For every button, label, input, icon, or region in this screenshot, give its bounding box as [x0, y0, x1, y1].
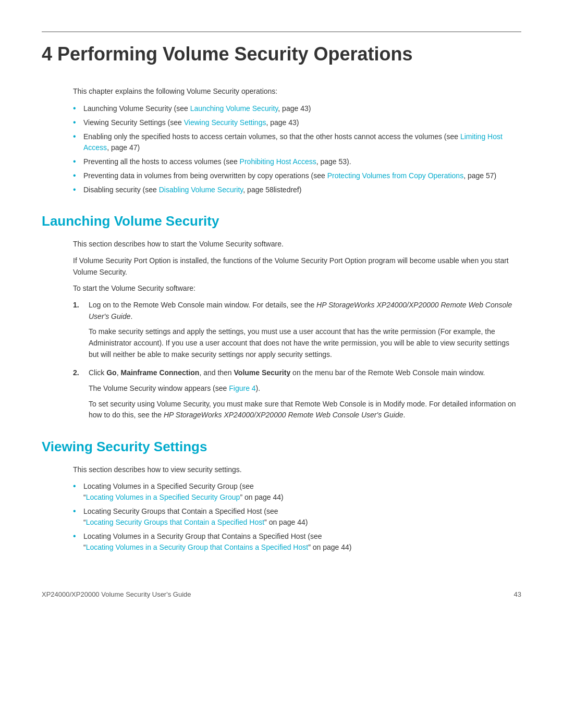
list-item: Launching Volume Security (see Launching…: [73, 103, 521, 114]
bullet-text-after: , page 58listedref): [243, 186, 301, 194]
step-2-note1: The Volume Security window appears (see …: [89, 383, 521, 394]
intro-text: This chapter explains the following Volu…: [73, 86, 521, 97]
step-2-content: Click Go, Mainframe Connection, and then…: [89, 367, 521, 421]
list-item: Locating Volumes in a Specified Security…: [73, 481, 521, 503]
step-1: 1. Log on to the Remote Web Console main…: [73, 300, 521, 360]
list-item: Preventing all the hosts to access volum…: [73, 156, 521, 167]
bullet-text: Preventing all the hosts to access volum…: [83, 157, 240, 166]
chapter-title: 4 Performing Volume Security Operations: [42, 43, 521, 65]
bullet-text: Enabling only the specified hosts to acc…: [83, 132, 460, 141]
prohibiting-host-access-link[interactable]: Prohibiting Host Access: [240, 157, 316, 166]
chapter-header: 4 Performing Volume Security Operations: [42, 31, 521, 65]
launching-para2: To start the Volume Security software:: [73, 283, 521, 294]
disabling-security-link[interactable]: Disabling Volume Security: [159, 186, 243, 194]
footer-text: XP24000/XP20000 Volume Security User's G…: [42, 584, 521, 600]
chapter-title-text: Performing Volume Security Operations: [57, 43, 413, 65]
step-number-1: 1.: [73, 300, 89, 360]
step-2-bold2: Mainframe Connection: [120, 368, 199, 377]
step-1-note: To make security settings and apply the …: [89, 326, 521, 360]
step-1-italic: HP StorageWorks XP24000/XP20000 Remote W…: [89, 301, 512, 320]
footer-page-number: 43: [514, 589, 521, 600]
footer-product: XP24000/XP20000 Volume Security User's G…: [42, 589, 191, 600]
page-footer: XP24000/XP20000 Volume Security User's G…: [42, 584, 521, 600]
list-item: Disabling security (see Disabling Volume…: [73, 184, 521, 195]
bullet-text-before: Viewing Security Settings (see: [83, 118, 184, 127]
bullet-text-after: , page 43): [266, 118, 299, 127]
list-item: Viewing Security Settings (see Viewing S…: [73, 117, 521, 128]
step-2-main: Click Go, Mainframe Connection, and then…: [89, 367, 521, 379]
locating-volumes-specified-link[interactable]: Locating Volumes in a Specified Security…: [86, 493, 240, 501]
intro-bullet-list: Launching Volume Security (see Launching…: [73, 103, 521, 195]
viewing-security-settings-link[interactable]: Viewing Security Settings: [184, 118, 266, 127]
viewing-intro: This section describes how to view secur…: [73, 464, 521, 476]
bullet-text-after: , page 43): [278, 104, 311, 113]
step-2: 2. Click Go, Mainframe Connection, and t…: [73, 367, 521, 421]
chapter-number: 4: [42, 43, 52, 65]
step-2-note2: To set security using Volume Security, y…: [89, 399, 521, 421]
list-item: Preventing data in volumes from being ov…: [73, 170, 521, 181]
launching-intro: This section describes how to start the …: [73, 239, 521, 250]
bullet-text-before: Launching Volume Security (see: [83, 104, 190, 113]
viewing-section-heading: Viewing Security Settings: [42, 437, 521, 457]
list-item: Enabling only the specified hosts to acc…: [73, 131, 521, 153]
list-item: Locating Security Groups that Contain a …: [73, 506, 521, 528]
viewing-bullet-list: Locating Volumes in a Specified Security…: [73, 481, 521, 553]
launching-section: Launching Volume Security This section d…: [42, 211, 521, 421]
protecting-volumes-link[interactable]: Protecting Volumes from Copy Operations: [327, 171, 463, 180]
list-item: Locating Volumes in a Security Group tha…: [73, 531, 521, 553]
locating-volumes-security-group-link[interactable]: Locating Volumes in a Security Group tha…: [86, 543, 308, 551]
step-2-italic: HP StorageWorks XP24000/XP20000 Remote W…: [164, 411, 403, 419]
launching-section-content: This section describes how to start the …: [73, 239, 521, 421]
bullet-text-after: , page 47): [107, 143, 140, 152]
viewing-bullet3-after: ” on page 44): [308, 543, 351, 551]
step-1-content: Log on to the Remote Web Console main wi…: [89, 300, 521, 360]
viewing-bullet1-after: ” on page 44): [240, 493, 283, 501]
intro-section: This chapter explains the following Volu…: [73, 86, 521, 195]
bullet-text: Disabling security (see: [83, 186, 159, 194]
launching-para1: If Volume Security Port Option is instal…: [73, 255, 521, 278]
bullet-text-after: , page 57): [463, 171, 496, 180]
launching-steps: 1. Log on to the Remote Web Console main…: [73, 300, 521, 421]
launching-section-heading: Launching Volume Security: [42, 211, 521, 231]
step-1-main: Log on to the Remote Web Console main wi…: [89, 300, 521, 322]
locating-security-groups-link[interactable]: Locating Security Groups that Contain a …: [86, 518, 264, 526]
launching-volume-security-link[interactable]: Launching Volume Security: [190, 104, 278, 113]
viewing-section: Viewing Security Settings This section d…: [42, 437, 521, 553]
bullet-text: Preventing data in volumes from being ov…: [83, 171, 327, 180]
step-number-2: 2.: [73, 367, 89, 421]
figure-4-link[interactable]: Figure 4: [229, 384, 255, 392]
page-container: 4 Performing Volume Security Operations …: [0, 0, 563, 641]
viewing-bullet2-after: ” on page 44): [264, 518, 308, 526]
viewing-section-content: This section describes how to view secur…: [73, 464, 521, 553]
bullet-text-after: , page 53).: [316, 157, 351, 166]
step-2-bold3: Volume Security: [234, 368, 291, 377]
step-2-bold1: Go: [106, 368, 116, 377]
